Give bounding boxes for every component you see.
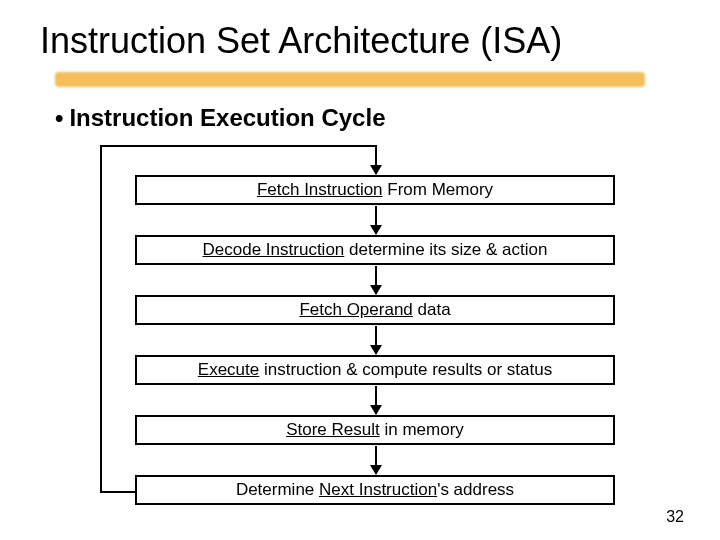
step-fetch-operand: Fetch Operand data (135, 295, 615, 325)
subtitle-text: Instruction Execution Cycle (69, 104, 385, 131)
step5-key: Store Result (286, 420, 380, 439)
step-next-instruction: Determine Next Instruction's address (135, 475, 615, 505)
step-store-result: Store Result in memory (135, 415, 615, 445)
arrow-fop-execute (375, 326, 377, 354)
step4-rest: instruction & compute results or status (259, 360, 552, 379)
arrow-execute-store (375, 386, 377, 414)
arrow-decode-fop (375, 266, 377, 294)
execution-cycle-diagram: Fetch Instruction From Memory Decode Ins… (115, 145, 635, 505)
step4-key: Execute (198, 360, 259, 379)
slide-title: Instruction Set Architecture (ISA) (40, 20, 700, 62)
step-execute: Execute instruction & compute results or… (135, 355, 615, 385)
step-decode-instruction: Decode Instruction determine its size & … (135, 235, 615, 265)
step6-rest: 's address (437, 480, 514, 499)
title-underline (55, 72, 645, 87)
subtitle: •Instruction Execution Cycle (55, 104, 385, 132)
step3-key: Fetch Operand (299, 300, 412, 319)
step-fetch-instruction: Fetch Instruction From Memory (135, 175, 615, 205)
arrow-store-next (375, 446, 377, 474)
loop-line-top (100, 145, 377, 147)
step2-key: Decode Instruction (203, 240, 345, 259)
step3-rest: data (413, 300, 451, 319)
arrow-fetch-decode (375, 206, 377, 234)
loop-line-left (100, 145, 102, 491)
step6-pre: Determine (236, 480, 319, 499)
bullet-icon: • (55, 104, 63, 132)
step5-rest: in memory (380, 420, 464, 439)
step6-key: Next Instruction (319, 480, 437, 499)
step1-rest: From Memory (383, 180, 494, 199)
step2-rest: determine its size & action (344, 240, 547, 259)
step1-key: Fetch Instruction (257, 180, 383, 199)
page-number: 32 (666, 508, 684, 526)
arrow-into-fetch (375, 145, 377, 174)
